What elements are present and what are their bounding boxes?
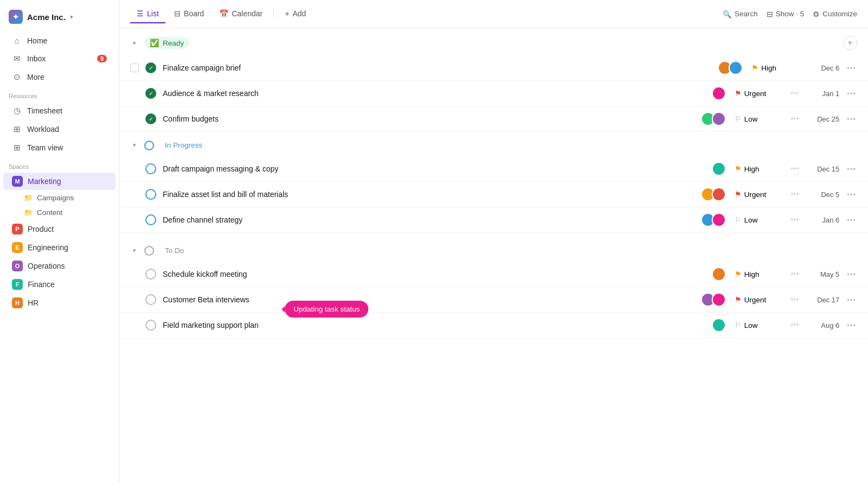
task-row[interactable]: ✓ Audience & market research ⚑ Urgent ••… [119, 81, 868, 106]
timesheet-icon: ◷ [12, 106, 22, 116]
space-item-engineering[interactable]: E Engineering [3, 239, 116, 256]
task-more-menu[interactable]: ••• [846, 64, 857, 72]
sidebar-item-teamview[interactable]: ⊞ Team view [3, 139, 116, 156]
task-row[interactable]: Draft campaign messaging & copy ⚑ High •… [119, 156, 868, 182]
space-item-product[interactable]: P Product [3, 220, 116, 238]
group-ready: ▾ ✅ Ready + [119, 28, 868, 55]
task-avatars [712, 267, 726, 281]
flag-icon: ⚑ [735, 164, 742, 173]
brand[interactable]: ✦ Acme Inc. ▾ [0, 7, 119, 31]
task-more-menu[interactable]: ••• [846, 165, 857, 173]
priority-flag: ⚐ Low [735, 115, 783, 123]
task-status-icon [145, 214, 156, 225]
task-row[interactable]: Schedule kickoff meeting ⚑ High ••• May … [119, 262, 868, 287]
task-more-dots: ••• [790, 321, 801, 329]
task-status-icon [145, 189, 156, 200]
to-do-collapse-icon[interactable]: ▾ [130, 247, 139, 254]
avatar [712, 213, 726, 227]
ready-label-text: Ready [163, 39, 184, 47]
space-item-operations[interactable]: O Operations [3, 257, 116, 275]
space-item-finance[interactable]: F Finance [3, 276, 116, 293]
board-icon: ⊟ [174, 9, 181, 18]
sidebar-item-timesheet[interactable]: ◷ Timesheet [3, 102, 116, 119]
task-avatars [712, 86, 726, 100]
sidebar-item-more[interactable]: ⊙ More [3, 68, 116, 86]
space-item-marketing-label: Marketing [28, 177, 61, 186]
sidebar: ✦ Acme Inc. ▾ ⌂ Home ✉ Inbox 9 ⊙ More Re… [0, 0, 119, 482]
task-status-icon: ✓ [145, 62, 156, 73]
task-more-menu[interactable]: ••• [846, 296, 857, 304]
priority-label: Low [744, 115, 758, 123]
task-date: Dec 6 [807, 64, 839, 72]
sub-item-content[interactable]: 📁 Content [3, 206, 116, 219]
gear-icon: ⚙ [813, 10, 820, 18]
priority-flag: ⚑ High [735, 270, 783, 278]
priority-label: Urgent [744, 90, 767, 98]
task-name: Audience & market research [163, 89, 705, 98]
customize-action[interactable]: ⚙ Customize [813, 10, 857, 18]
task-checkbox[interactable] [130, 64, 139, 72]
task-row[interactable]: ✓ Confirm budgets ⚐ Low ••• Dec 25 ••• [119, 106, 868, 132]
sidebar-item-inbox-label: Inbox [27, 54, 46, 63]
tab-board-label: Board [184, 9, 204, 18]
task-row[interactable]: Field marketing support plan ⚐ Low ••• A… [119, 313, 868, 338]
task-more-menu[interactable]: ••• [846, 270, 857, 278]
tab-board[interactable]: ⊟ Board [168, 5, 210, 23]
ready-collapse-icon[interactable]: ▾ [130, 40, 139, 47]
task-row[interactable]: ✓ Finalize campaign brief ⚑ High Dec 6 •… [119, 55, 868, 81]
avatar [729, 61, 743, 75]
task-row[interactable]: Define channel strategy ⚐ Low ••• Jan 6 … [119, 207, 868, 233]
space-item-operations-label: Operations [28, 262, 65, 270]
tab-calendar-label: Calendar [232, 9, 263, 18]
task-more-dots: ••• [790, 115, 801, 123]
search-action[interactable]: 🔍 Search [723, 10, 758, 18]
task-name: Field marketing support plan [163, 321, 705, 329]
sidebar-item-workload[interactable]: ⊞ Workload [3, 120, 116, 138]
sub-item-campaigns[interactable]: 📁 Campaigns [3, 191, 116, 205]
sidebar-item-home[interactable]: ⌂ Home [3, 32, 116, 49]
brand-icon: ✦ [9, 10, 23, 24]
space-item-marketing[interactable]: M Marketing [3, 173, 116, 190]
space-item-hr[interactable]: H HR [3, 294, 116, 312]
home-icon: ⌂ [12, 36, 22, 45]
priority-flag: ⚑ Urgent [735, 190, 783, 199]
task-row[interactable]: Customer Beta interviews ⚑ Urgent ••• De… [119, 287, 868, 313]
folder-icon-2: 📁 [24, 208, 33, 217]
to-do-group-label[interactable]: To Do [159, 245, 189, 256]
task-more-menu[interactable]: ••• [846, 90, 857, 98]
tab-list[interactable]: ☰ List [130, 5, 165, 23]
folder-icon: 📁 [24, 194, 33, 202]
flag-icon: ⚐ [735, 215, 742, 224]
task-more-dots: ••• [790, 90, 801, 97]
task-status-icon [145, 269, 156, 280]
show-action[interactable]: ⊟ Show · 5 [767, 10, 805, 18]
priority-label: Low [744, 321, 758, 329]
task-name: Confirm budgets [163, 115, 694, 123]
task-status-icon [145, 294, 156, 305]
task-status-icon: ✓ [145, 113, 156, 124]
task-more-menu[interactable]: ••• [846, 216, 857, 224]
resources-section-label: Resources [0, 86, 119, 102]
more-icon: ⊙ [12, 72, 22, 82]
operations-badge: O [12, 261, 23, 271]
ready-group-label[interactable]: ✅ Ready [144, 37, 189, 49]
in-progress-collapse-icon[interactable]: ▾ [130, 142, 139, 149]
flag-icon: ⚑ [751, 64, 758, 72]
tab-calendar[interactable]: 📅 Calendar [213, 5, 269, 23]
sidebar-item-more-label: More [27, 73, 44, 81]
task-date: Aug 6 [807, 321, 839, 329]
task-more-menu[interactable]: ••• [846, 115, 857, 123]
in-progress-group-label[interactable]: In Progress [159, 139, 208, 151]
priority-label: Urgent [744, 191, 767, 199]
sidebar-item-inbox[interactable]: ✉ Inbox 9 [3, 50, 116, 67]
priority-label: High [761, 64, 776, 72]
task-row[interactable]: Finalize asset list and bill of material… [119, 182, 868, 207]
in-progress-status-icon [144, 141, 154, 150]
task-date: Dec 17 [807, 296, 839, 304]
task-more-menu[interactable]: ••• [846, 191, 857, 199]
priority-flag: ⚑ Urgent [735, 89, 783, 98]
ready-add-button[interactable]: + [843, 36, 857, 50]
task-more-menu[interactable]: ••• [846, 321, 857, 329]
add-button[interactable]: + Add [278, 5, 312, 23]
task-more-dots: ••• [790, 216, 801, 224]
